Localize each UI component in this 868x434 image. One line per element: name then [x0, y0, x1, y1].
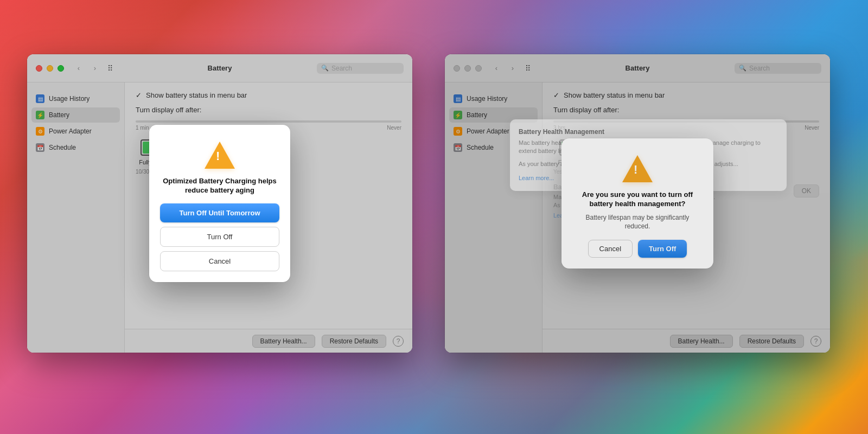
warning-triangle-left	[205, 142, 235, 169]
warning-triangle-right	[622, 155, 653, 182]
dialog-buttons-right: Cancel Turn Off	[572, 240, 703, 258]
dialog-left: Optimized Battery Charging helps reduce …	[149, 125, 290, 283]
warning-icon-left	[205, 140, 235, 170]
dialog-overlay-left: Optimized Battery Charging helps reduce …	[27, 54, 412, 353]
turn-off-button-left[interactable]: Turn Off	[160, 227, 279, 247]
turn-off-tomorrow-button[interactable]: Turn Off Until Tomorrow	[160, 203, 279, 222]
dialog-right: Are you sure you want to turn off batter…	[561, 138, 713, 269]
window-left: ‹ › ⠿ Battery 🔍 Search ▤ Usage History ⚡…	[27, 54, 412, 353]
warning-icon-right	[622, 154, 653, 184]
dialog-title-left: Optimized Battery Charging helps reduce …	[160, 177, 279, 195]
dialog-title-right: Are you sure you want to turn off batter…	[572, 190, 703, 209]
dialog-buttons-left: Turn Off Until Tomorrow Turn Off Cancel	[160, 203, 279, 271]
dialog-overlay-right: Battery Health Management Mac battery he…	[445, 54, 830, 353]
bg-card-learn-more[interactable]: Learn more...	[519, 175, 554, 181]
dialog-subtitle-right: Battery lifespan may be significantly re…	[572, 213, 703, 232]
turn-off-button-right[interactable]: Turn Off	[638, 240, 687, 258]
window-right: ‹ › ⠿ Battery 🔍 Search ▤ Usage History ⚡…	[445, 54, 830, 353]
bg-card-title: Battery Health Management	[519, 128, 778, 136]
cancel-button-right[interactable]: Cancel	[588, 240, 633, 258]
cancel-button-left[interactable]: Cancel	[160, 251, 279, 271]
